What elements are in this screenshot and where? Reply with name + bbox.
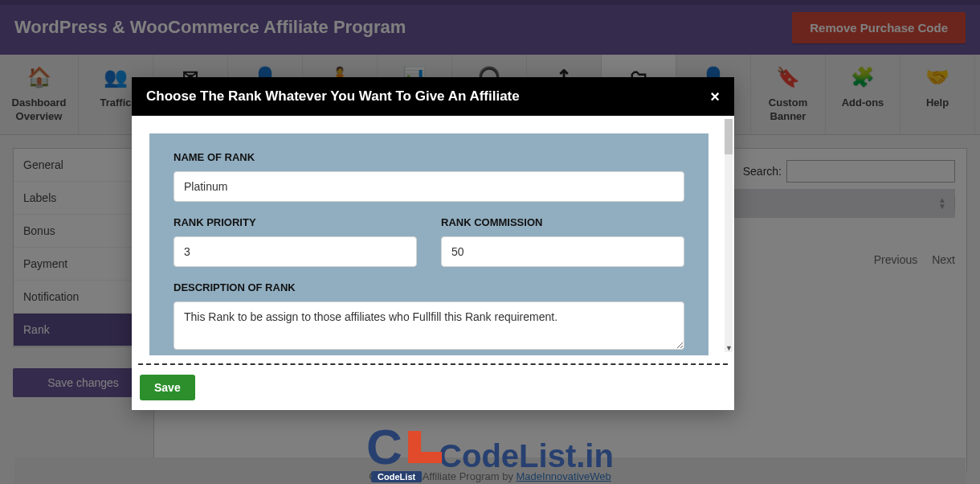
input-rank-commission[interactable] xyxy=(441,236,684,267)
modal-body-wrap: NAME OF RANK RANK PRIORITY RANK COMMISSI… xyxy=(132,116,734,355)
modal-footer: Save xyxy=(132,375,734,410)
modal-save-button[interactable]: Save xyxy=(140,375,195,400)
label-rank-priority: RANK PRIORITY xyxy=(174,216,417,228)
modal-close-icon[interactable]: × xyxy=(710,88,720,105)
modal-scrollbar[interactable]: ▲ ▼ xyxy=(725,119,733,352)
input-rank-priority[interactable] xyxy=(174,236,417,267)
label-rank-name: NAME OF RANK xyxy=(174,151,684,163)
modal-title: Choose The Rank Whatever You Want To Giv… xyxy=(146,88,520,105)
input-rank-name[interactable] xyxy=(174,171,684,202)
scroll-thumb[interactable] xyxy=(725,119,733,154)
modal-body: NAME OF RANK RANK PRIORITY RANK COMMISSI… xyxy=(132,116,726,355)
label-rank-commission: RANK COMMISSION xyxy=(441,216,684,228)
rank-modal: Choose The Rank Whatever You Want To Giv… xyxy=(132,77,734,410)
label-rank-description: DESCRIPTION OF RANK xyxy=(174,281,684,293)
rank-form: NAME OF RANK RANK PRIORITY RANK COMMISSI… xyxy=(149,133,708,355)
scroll-down-icon[interactable]: ▼ xyxy=(725,344,733,352)
modal-separator xyxy=(138,363,728,365)
modal-header: Choose The Rank Whatever You Want To Giv… xyxy=(132,77,734,116)
input-rank-description[interactable] xyxy=(174,301,684,350)
